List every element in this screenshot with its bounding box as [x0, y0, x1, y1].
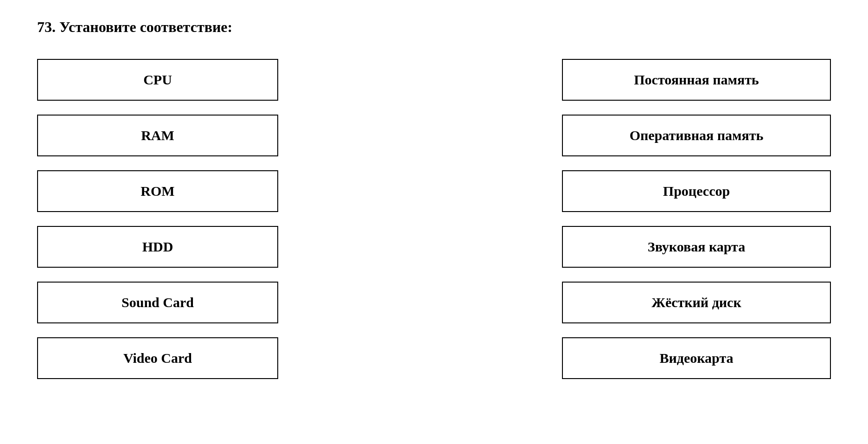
- matching-container: CPU RAM ROM HDD Sound Card Video Card По…: [37, 59, 831, 379]
- right-item-sound-card-ru: Звуковая карта: [562, 226, 831, 268]
- left-item-rom: ROM: [37, 170, 278, 212]
- right-item-video-card-ru: Видеокарта: [562, 337, 831, 379]
- left-item-ram: RAM: [37, 115, 278, 156]
- right-item-permanent-memory: Постоянная память: [562, 59, 831, 101]
- question-title: 73. Установите соответствие:: [37, 19, 831, 36]
- right-item-operative-memory: Оперативная память: [562, 115, 831, 156]
- left-item-video-card: Video Card: [37, 337, 278, 379]
- left-item-sound-card: Sound Card: [37, 282, 278, 323]
- left-column: CPU RAM ROM HDD Sound Card Video Card: [37, 59, 278, 379]
- right-item-processor: Процессор: [562, 170, 831, 212]
- right-column: Постоянная память Оперативная память Про…: [562, 59, 831, 379]
- left-item-hdd: HDD: [37, 226, 278, 268]
- left-item-cpu: CPU: [37, 59, 278, 101]
- right-item-hard-disk: Жёсткий диск: [562, 282, 831, 323]
